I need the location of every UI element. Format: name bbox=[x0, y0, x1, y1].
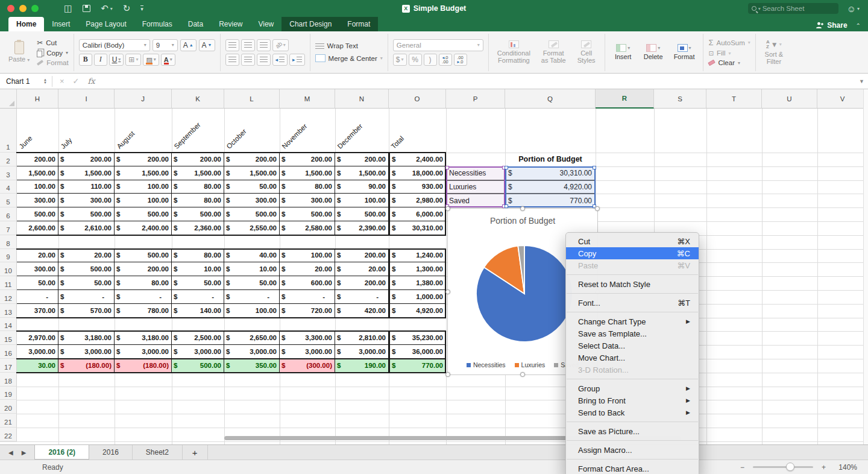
cell-N4[interactable]: $90.00 bbox=[335, 180, 389, 194]
currency-format-button[interactable]: $▾ bbox=[393, 54, 407, 66]
cell-H15[interactable]: 2,970.00 bbox=[17, 331, 58, 345]
cell-H11[interactable]: 50.00 bbox=[17, 276, 58, 290]
column-header-T[interactable]: T bbox=[706, 89, 762, 109]
menu-item-group[interactable]: Group▶ bbox=[566, 382, 699, 394]
sheet-tab-sheet2[interactable]: Sheet2 bbox=[133, 445, 183, 460]
cell-K9[interactable]: $80.00 bbox=[172, 249, 224, 263]
cell-N12[interactable]: $- bbox=[335, 290, 389, 304]
cell-O7[interactable]: $30,310.00 bbox=[389, 221, 446, 235]
tab-formulas[interactable]: Formulas bbox=[134, 17, 180, 31]
font-color-button[interactable]: A▾ bbox=[161, 54, 175, 66]
cell-N9[interactable]: $200.00 bbox=[335, 249, 389, 263]
menu-item-save-as-template[interactable]: Save as Template... bbox=[566, 327, 699, 340]
cell-M6[interactable]: $500.00 bbox=[280, 207, 335, 221]
cell-H9[interactable]: 20.00 bbox=[17, 249, 58, 263]
bold-button[interactable]: B bbox=[79, 54, 92, 66]
next-sheet-icon[interactable]: ▶ bbox=[22, 449, 27, 456]
tab-home[interactable]: Home bbox=[8, 17, 44, 31]
cell-M9[interactable]: $100.00 bbox=[280, 249, 335, 263]
collapse-ribbon-icon[interactable]: ⌃ bbox=[856, 22, 861, 29]
side-table-value[interactable]: $30,310.00 bbox=[505, 166, 596, 180]
pie-chart[interactable] bbox=[473, 242, 576, 345]
cell-M15[interactable]: $3,300.00 bbox=[280, 331, 335, 345]
cell-J4[interactable]: $100.00 bbox=[115, 180, 172, 194]
redo-icon[interactable]: ↻ bbox=[123, 3, 131, 14]
cell-L16[interactable]: $3,000.00 bbox=[224, 345, 280, 359]
tab-format[interactable]: Format bbox=[339, 17, 378, 31]
cell-I3[interactable]: $1,500.00 bbox=[58, 166, 115, 180]
sort-filter-button[interactable]: AZ▼▾ Sort &Filter bbox=[761, 39, 787, 66]
side-table-label-saved[interactable]: Saved bbox=[446, 194, 505, 207]
column-header-S[interactable]: S bbox=[654, 89, 706, 109]
row-header-15[interactable]: 15 bbox=[0, 331, 17, 345]
chart-selection-handle[interactable] bbox=[445, 206, 450, 211]
cell-L12[interactable]: $- bbox=[224, 290, 280, 304]
menu-item-save-as-picture[interactable]: Save as Picture... bbox=[566, 425, 699, 437]
select-all-corner[interactable] bbox=[0, 89, 17, 109]
column-header-L[interactable]: L bbox=[224, 89, 280, 109]
row-header-22[interactable]: 22 bbox=[0, 428, 17, 441]
align-center-button[interactable] bbox=[241, 54, 255, 66]
cell-I15[interactable]: $3,180.00 bbox=[58, 331, 115, 345]
column-header-I[interactable]: I bbox=[58, 89, 115, 109]
menu-item-send-to-back[interactable]: Send to Back▶ bbox=[566, 406, 699, 419]
zoom-slider-thumb[interactable] bbox=[786, 463, 794, 471]
cell-L9[interactable]: $40.00 bbox=[224, 249, 280, 263]
row-header-5[interactable]: 5 bbox=[0, 194, 17, 207]
column-header-J[interactable]: J bbox=[115, 89, 172, 109]
column-header-V[interactable]: V bbox=[817, 89, 868, 109]
cell-L13[interactable]: $100.00 bbox=[224, 304, 280, 318]
cancel-entry-icon[interactable]: × bbox=[60, 77, 64, 86]
confirm-entry-icon[interactable]: ✓ bbox=[73, 77, 80, 86]
cell-L6[interactable]: $500.00 bbox=[224, 207, 280, 221]
cell-K15[interactable]: $2,500.00 bbox=[172, 331, 224, 345]
share-button[interactable]: Share bbox=[816, 21, 847, 30]
cell-I17[interactable]: $(180.00) bbox=[58, 359, 115, 373]
cell-L5[interactable]: $300.00 bbox=[224, 194, 280, 207]
autosum-button[interactable]: ΣAutoSum▾ bbox=[708, 38, 750, 47]
chart-selection-handle[interactable] bbox=[445, 289, 450, 294]
cell-J11[interactable]: $80.00 bbox=[115, 276, 172, 290]
clear-button[interactable]: Clear▾ bbox=[708, 59, 750, 66]
menu-item-assign-macro[interactable]: Assign Macro... bbox=[566, 444, 699, 456]
cell-L2[interactable]: $200.00 bbox=[224, 153, 280, 166]
zoom-out-button[interactable]: − bbox=[740, 463, 744, 472]
cell-I4[interactable]: $110.00 bbox=[58, 180, 115, 194]
row-header-16[interactable]: 16 bbox=[0, 345, 17, 359]
cell-J7[interactable]: $2,400.00 bbox=[115, 221, 172, 235]
menu-item-format-chart-area[interactable]: Format Chart Area... bbox=[566, 463, 699, 474]
close-window-button[interactable] bbox=[7, 5, 14, 12]
column-header-O[interactable]: O bbox=[389, 89, 446, 109]
increase-decimal-button[interactable]: ◂.0.00 bbox=[439, 54, 452, 66]
cell-I13[interactable]: $570.00 bbox=[58, 304, 115, 318]
cell-M10[interactable]: $20.00 bbox=[280, 262, 335, 276]
tab-chart-design[interactable]: Chart Design bbox=[281, 17, 339, 31]
cell-N13[interactable]: $420.00 bbox=[335, 304, 389, 318]
cell-L17[interactable]: $350.00 bbox=[224, 359, 280, 373]
cell-H12[interactable]: - bbox=[17, 290, 58, 304]
align-left-button[interactable] bbox=[225, 54, 239, 66]
row-header-2[interactable]: 2 bbox=[0, 153, 17, 166]
borders-button[interactable]: ⊞▾ bbox=[125, 54, 141, 66]
cell-J3[interactable]: $1,500.00 bbox=[115, 166, 172, 180]
cell-J9[interactable]: $500.00 bbox=[115, 249, 172, 263]
copy-button[interactable]: Copy▾ bbox=[37, 49, 68, 57]
delete-cells-button[interactable]: ▾ Delete bbox=[640, 43, 667, 62]
toolbar-more-icon[interactable]: ▾ bbox=[140, 5, 143, 11]
cell-H4[interactable]: 100.00 bbox=[17, 180, 58, 194]
tab-review[interactable]: Review bbox=[211, 17, 250, 31]
cell-O4[interactable]: $930.00 bbox=[389, 180, 446, 194]
row-header-7[interactable]: 7 bbox=[0, 221, 17, 235]
decrease-indent-button[interactable]: ◂ bbox=[272, 54, 288, 66]
comma-format-button[interactable]: ) bbox=[424, 54, 437, 66]
cell-O17[interactable]: $770.00 bbox=[389, 359, 446, 373]
cell-I5[interactable]: $300.00 bbox=[58, 194, 115, 207]
percent-format-button[interactable]: % bbox=[409, 54, 422, 66]
cell-O3[interactable]: $18,000.00 bbox=[389, 166, 446, 180]
cell-L10[interactable]: $10.00 bbox=[224, 262, 280, 276]
cell-J16[interactable]: $3,000.00 bbox=[115, 345, 172, 359]
side-table-value[interactable]: $4,920.00 bbox=[505, 180, 596, 194]
row-header-10[interactable]: 10 bbox=[0, 262, 17, 276]
paste-button[interactable]: Paste ▾ bbox=[5, 40, 33, 65]
row-header-3[interactable]: 3 bbox=[0, 166, 17, 180]
